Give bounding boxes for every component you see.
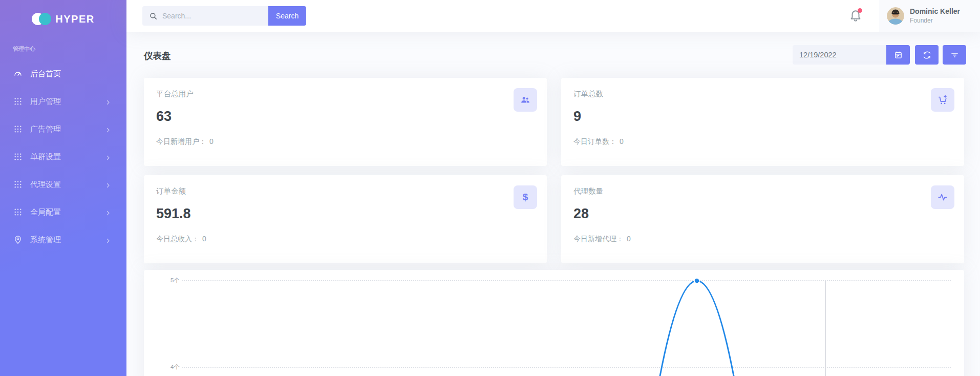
- sidebar-item-agent-settings[interactable]: 代理设置: [0, 171, 126, 198]
- topbar: Search: [126, 0, 980, 32]
- profile-name: Dominic Keller: [910, 7, 960, 16]
- chevron-right-icon: [105, 98, 111, 105]
- filter-button[interactable]: [943, 45, 966, 65]
- stat-card-footer-label: 今日总收入：: [156, 235, 199, 243]
- search-icon: [149, 12, 158, 20]
- search-box: [142, 6, 268, 26]
- stat-card-footer: 今日总收入：0: [156, 235, 206, 244]
- stat-card-footer-value: 0: [627, 235, 631, 243]
- brand-logo[interactable]: HYPER: [0, 0, 126, 38]
- stat-card-footer-value: 0: [209, 137, 214, 145]
- users-icon: [514, 88, 537, 112]
- sidebar-item-label: 后台首页: [30, 69, 61, 79]
- sidebar-item-label: 广告管理: [30, 124, 61, 134]
- sidebar-item-label: 系统管理: [30, 235, 61, 245]
- search-button[interactable]: Search: [268, 6, 306, 26]
- search-input[interactable]: [162, 12, 265, 20]
- sidebar-item-users[interactable]: 用户管理: [0, 88, 126, 115]
- gauge-icon: [13, 69, 23, 78]
- stat-card-label: 代理数量: [573, 186, 603, 196]
- profile-meta: Dominic Keller Founder: [910, 7, 960, 24]
- app-screen: HYPER 管理中心 后台首页: [0, 0, 980, 376]
- sidebar-item-label: 用户管理: [30, 97, 61, 107]
- activity-icon: [931, 185, 954, 209]
- chevron-right-icon: [105, 154, 111, 160]
- stat-card-agent-count: 代理数量 28 今日新增代理：0: [561, 175, 964, 263]
- date-input[interactable]: [793, 45, 886, 65]
- brand-logo-icon: [32, 13, 51, 25]
- filter-icon: [950, 51, 959, 59]
- refresh-button[interactable]: [915, 45, 939, 65]
- grid-dots-icon: [13, 180, 23, 189]
- sidebar-section-label: 管理中心: [0, 38, 126, 57]
- sidebar: HYPER 管理中心 后台首页: [0, 0, 126, 376]
- orders-trend-chart-card: 5个 4个: [144, 270, 964, 376]
- grid-dots-icon: [13, 124, 23, 134]
- chevron-right-icon: [105, 237, 111, 243]
- cart-plus-icon: [931, 88, 954, 112]
- sidebar-item-system[interactable]: 系统管理: [0, 226, 126, 254]
- stat-card-label: 订单总数: [573, 89, 603, 99]
- stat-card-footer-label: 今日新增代理：: [573, 235, 624, 243]
- map-pin-icon: [13, 235, 23, 244]
- stat-card-label: 平台总用户: [156, 89, 194, 99]
- sidebar-item-global-config[interactable]: 全局配置: [0, 198, 126, 226]
- line-chart[interactable]: [144, 270, 964, 376]
- brand-name: HYPER: [55, 13, 94, 25]
- stat-card-footer-label: 今日新增用户：: [156, 137, 206, 145]
- chevron-right-icon: [105, 126, 111, 132]
- dollar-icon: $: [514, 185, 537, 209]
- search-group: Search: [142, 6, 306, 26]
- stat-card-total-users: 平台总用户 63 今日新增用户：0: [144, 78, 547, 166]
- grid-dots-icon: [13, 207, 23, 217]
- stat-card-footer: 今日新增用户：0: [156, 137, 214, 147]
- user-profile[interactable]: Dominic Keller Founder: [879, 0, 980, 32]
- stat-card-footer-label: 今日订单数：: [573, 137, 616, 145]
- sidebar-item-label: 代理设置: [30, 180, 61, 190]
- stat-card-footer: 今日订单数：0: [573, 137, 624, 147]
- stat-card-value: 28: [573, 206, 589, 222]
- chevron-right-icon: [105, 209, 111, 215]
- chart-line-series: [653, 281, 740, 376]
- stat-card-value: 63: [156, 109, 172, 124]
- sidebar-menu: 后台首页 用户管理: [0, 60, 126, 254]
- calendar-button[interactable]: [886, 45, 910, 65]
- stat-card-value: 9: [573, 109, 581, 124]
- profile-role: Founder: [910, 17, 960, 24]
- sidebar-item-label: 单群设置: [30, 152, 61, 162]
- stat-card-value: 591.8: [156, 206, 191, 222]
- sidebar-item-home[interactable]: 后台首页: [0, 60, 126, 88]
- sidebar-item-ads[interactable]: 广告管理: [0, 115, 126, 143]
- avatar: [887, 7, 904, 25]
- stat-card-order-amount: 订单金额 591.8 今日总收入：0 $: [144, 175, 547, 263]
- calendar-icon: [894, 51, 903, 59]
- grid-dots-icon: [13, 152, 23, 161]
- stat-card-footer-value: 0: [202, 235, 206, 243]
- refresh-icon: [923, 51, 931, 59]
- notifications-button[interactable]: [849, 9, 863, 23]
- stat-card-total-orders: 订单总数 9 今日订单数：0: [561, 78, 964, 166]
- stat-card-footer: 今日新增代理：0: [573, 235, 631, 244]
- chevron-right-icon: [105, 181, 111, 187]
- stat-card-footer-value: 0: [620, 137, 624, 145]
- chart-point-marker: [694, 278, 699, 283]
- date-controls: [793, 45, 966, 65]
- sidebar-item-group-settings[interactable]: 单群设置: [0, 143, 126, 171]
- page-title: 仪表盘: [144, 50, 171, 62]
- notification-dot: [858, 8, 862, 13]
- stat-card-label: 订单金额: [156, 186, 186, 196]
- sidebar-item-label: 全局配置: [30, 207, 61, 217]
- grid-dots-icon: [13, 97, 23, 106]
